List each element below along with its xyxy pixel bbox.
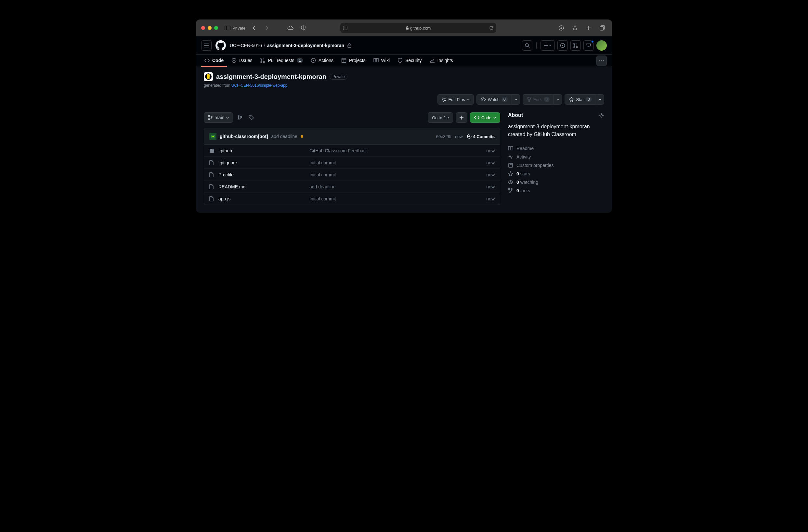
commits-link[interactable]: 4 Commits <box>467 134 495 139</box>
file-commit-message[interactable]: GitHub Classroom Feedback <box>309 148 486 153</box>
file-commit-message[interactable]: Initial commit <box>309 172 486 177</box>
cloud-icon[interactable] <box>286 23 295 33</box>
commit-message[interactable]: add deadline <box>271 134 297 139</box>
about-description: assignment-3-deployment-kpmoran created … <box>508 123 604 138</box>
tab-actions[interactable]: Actions <box>308 55 337 67</box>
file-name[interactable]: .gitignore <box>218 160 309 165</box>
custom-properties-link[interactable]: Custom properties <box>508 161 604 170</box>
settings-button[interactable] <box>599 113 604 118</box>
status-pending-icon[interactable] <box>301 135 303 138</box>
tab-pull-requests[interactable]: Pull requests 1 <box>257 55 306 67</box>
back-button[interactable] <box>249 23 258 33</box>
tags-button[interactable] <box>247 113 256 122</box>
org-link[interactable]: UCF-CEN-5016 <box>230 43 262 48</box>
issues-button[interactable] <box>557 40 568 51</box>
traffic-lights <box>201 26 218 30</box>
file-commit-message[interactable]: Initial commit <box>309 160 486 165</box>
file-name[interactable]: .github <box>218 148 309 153</box>
repo-avatar <box>204 72 213 81</box>
tab-wiki[interactable]: Wiki <box>370 55 393 67</box>
tab-projects[interactable]: Projects <box>338 55 369 67</box>
file-commit-message[interactable]: Initial commit <box>309 196 486 202</box>
svg-rect-45 <box>509 164 513 167</box>
breadcrumb-separator: / <box>264 43 265 48</box>
file-name[interactable]: README.md <box>218 184 309 189</box>
url-bar[interactable]: github.com <box>340 23 496 33</box>
file-row: app.jsInitial commitnow <box>204 193 500 205</box>
svg-point-51 <box>510 192 511 193</box>
commit-sha[interactable]: 60e329f · now <box>436 134 463 139</box>
reader-icon[interactable] <box>343 26 347 30</box>
code-download-button[interactable]: Code <box>470 112 500 123</box>
tab-insights[interactable]: Insights <box>426 55 456 67</box>
privacy-shield-icon[interactable] <box>299 23 308 33</box>
file-commit-message[interactable]: add deadline <box>309 184 486 189</box>
svg-rect-10 <box>348 45 351 48</box>
repo-title-row: assignment-3-deployment-kpmoran Private <box>204 72 604 81</box>
edit-pins-button[interactable]: Edit Pins <box>438 94 474 104</box>
create-new-button[interactable] <box>540 40 555 51</box>
tabs-button[interactable] <box>598 23 607 33</box>
watch-dropdown-button[interactable] <box>512 94 520 104</box>
svg-point-21 <box>263 61 264 63</box>
notifications-button[interactable] <box>583 40 594 51</box>
pull-requests-button[interactable] <box>570 40 581 51</box>
file-icon <box>209 184 215 189</box>
svg-point-35 <box>211 116 212 118</box>
file-name[interactable]: Procfile <box>218 172 309 177</box>
stars-link[interactable]: 0 stars <box>508 170 604 178</box>
svg-point-31 <box>527 97 529 98</box>
readme-link[interactable]: Readme <box>508 144 604 153</box>
branch-select-button[interactable]: main <box>204 112 233 123</box>
star-icon <box>569 97 574 102</box>
svg-point-15 <box>574 46 575 48</box>
tab-code[interactable]: Code <box>201 55 227 67</box>
maximize-window-button[interactable] <box>214 26 218 30</box>
tab-security[interactable]: Security <box>394 55 425 67</box>
tab-label: Code <box>212 58 224 63</box>
fork-icon <box>508 188 513 193</box>
book-icon <box>508 146 513 151</box>
file-icon <box>209 172 215 177</box>
add-file-button[interactable] <box>456 112 467 123</box>
repo-link[interactable]: assignment-3-deployment-kpmoran <box>267 43 344 48</box>
activity-link[interactable]: Activity <box>508 153 604 161</box>
minimize-window-button[interactable] <box>208 26 212 30</box>
watching-link[interactable]: 0 watching <box>508 178 604 186</box>
file-row: .githubGitHub Classroom Feedbacknow <box>204 145 500 157</box>
go-to-file-button[interactable]: Go to file <box>428 112 453 123</box>
more-tabs-button[interactable] <box>596 56 607 66</box>
branches-button[interactable] <box>236 113 244 122</box>
sidebar-toggle-group[interactable]: Private <box>225 26 245 31</box>
issue-icon <box>232 58 237 63</box>
svg-point-13 <box>562 45 563 46</box>
watch-button[interactable]: Watch 0 <box>476 94 512 104</box>
branch-icon <box>208 115 213 120</box>
share-button[interactable] <box>570 23 580 33</box>
tab-issues[interactable]: Issues <box>228 55 255 67</box>
commit-author[interactable]: github-classroom[bot] <box>220 134 268 139</box>
new-tab-button[interactable] <box>584 23 593 33</box>
search-button[interactable] <box>522 40 532 51</box>
user-avatar[interactable] <box>596 40 607 51</box>
fork-button[interactable]: Fork 0 <box>522 94 554 104</box>
hamburger-menu-button[interactable] <box>201 40 212 51</box>
chevron-down-icon <box>493 117 496 118</box>
tab-label: Wiki <box>381 58 390 63</box>
github-logo[interactable] <box>216 40 226 51</box>
tab-label: Projects <box>349 58 366 63</box>
reload-button[interactable] <box>489 26 494 30</box>
forward-button[interactable] <box>262 23 271 33</box>
file-name[interactable]: app.js <box>218 196 309 202</box>
forks-link[interactable]: 0 forks <box>508 186 604 195</box>
star-dropdown-button[interactable] <box>596 94 604 104</box>
fork-dropdown-button[interactable] <box>553 94 562 104</box>
template-link[interactable]: UCF-CEN-5016/simple-web-app <box>232 83 288 88</box>
downloads-button[interactable] <box>557 23 566 33</box>
sidebar-label: Private <box>233 26 245 31</box>
close-window-button[interactable] <box>201 26 205 30</box>
tab-label: Pull requests <box>268 58 294 63</box>
star-button[interactable]: Star 0 <box>565 94 596 104</box>
plus-icon <box>459 115 464 120</box>
tab-count: 1 <box>297 58 303 63</box>
